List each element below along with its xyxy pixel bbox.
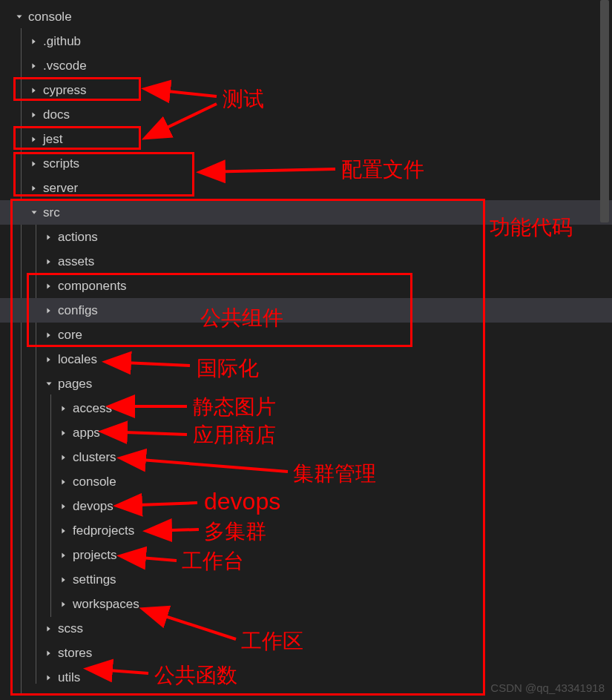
chevron-right-icon [43, 280, 55, 292]
chevron-right-icon [28, 60, 40, 72]
folder-server[interactable]: server [0, 176, 612, 200]
chevron-right-icon [58, 452, 70, 463]
watermark: CSDN @qq_43341918 [490, 681, 605, 694]
folder-fedprojects[interactable]: fedprojects [0, 518, 612, 543]
chevron-right-icon [28, 158, 40, 170]
folder-label: projects [73, 548, 117, 563]
folder-console-sub[interactable]: console [0, 469, 612, 494]
folder-github[interactable]: .github [0, 29, 612, 53]
folder-label: jest [43, 132, 62, 147]
folder-vscode[interactable]: .vscode [0, 53, 612, 78]
folder-label: .github [43, 34, 81, 49]
folder-settings[interactable]: settings [0, 567, 612, 592]
chevron-down-icon [28, 207, 40, 219]
file-tree[interactable]: console .github .vscode cypress docs jes… [0, 0, 612, 690]
chevron-right-icon [58, 598, 70, 610]
folder-scripts[interactable]: scripts [0, 151, 612, 176]
folder-label: apps [73, 426, 100, 440]
folder-label: stores [58, 646, 92, 661]
folder-label: scss [58, 621, 83, 636]
chevron-right-icon [43, 354, 55, 366]
folder-stores[interactable]: stores [0, 641, 612, 665]
folder-label: configs [58, 303, 98, 318]
folder-access[interactable]: access [0, 396, 612, 420]
folder-label: fedprojects [73, 524, 134, 538]
chevron-right-icon [28, 109, 40, 121]
folder-pages[interactable]: pages [0, 372, 612, 396]
folder-workspaces[interactable]: workspaces [0, 592, 612, 616]
folder-jest[interactable]: jest [0, 127, 612, 151]
folder-label: locales [58, 352, 97, 367]
folder-label: server [43, 181, 78, 196]
chevron-right-icon [28, 133, 40, 145]
folder-devops[interactable]: devops [0, 494, 612, 518]
chevron-down-icon [13, 11, 25, 23]
chevron-right-icon [58, 427, 70, 439]
folder-projects[interactable]: projects [0, 543, 612, 567]
chevron-right-icon [28, 36, 40, 47]
folder-apps[interactable]: apps [0, 420, 612, 445]
folder-configs[interactable]: configs [0, 298, 612, 323]
folder-console[interactable]: console [0, 4, 612, 29]
folder-components[interactable]: components [0, 274, 612, 298]
chevron-right-icon [58, 574, 70, 586]
folder-label: pages [58, 377, 92, 392]
folder-label: workspaces [73, 597, 139, 612]
chevron-right-icon [43, 672, 55, 684]
chevron-right-icon [28, 182, 40, 194]
folder-label: devops [73, 499, 113, 514]
folder-label: console [73, 475, 116, 489]
folder-scss[interactable]: scss [0, 616, 612, 641]
chevron-right-icon [28, 85, 40, 96]
chevron-right-icon [43, 647, 55, 659]
chevron-right-icon [58, 501, 70, 512]
scrollbar[interactable] [600, 0, 609, 222]
chevron-right-icon [43, 231, 55, 243]
folder-src[interactable]: src [0, 200, 612, 225]
folder-label: access [73, 401, 112, 416]
folder-label: assets [58, 254, 94, 269]
folder-label: utils [58, 670, 80, 685]
chevron-right-icon [43, 623, 55, 635]
chevron-right-icon [58, 476, 70, 488]
folder-actions[interactable]: actions [0, 225, 612, 249]
folder-label: src [43, 205, 60, 220]
chevron-right-icon [43, 256, 55, 268]
chevron-right-icon [58, 525, 70, 537]
folder-assets[interactable]: assets [0, 249, 612, 274]
folder-clusters[interactable]: clusters [0, 445, 612, 469]
folder-docs[interactable]: docs [0, 102, 612, 127]
folder-locales[interactable]: locales [0, 347, 612, 372]
folder-label: actions [58, 230, 98, 245]
folder-label: components [58, 279, 127, 294]
folder-core[interactable]: core [0, 323, 612, 347]
folder-label: cypress [43, 83, 87, 98]
folder-label: docs [43, 108, 70, 122]
folder-label: scripts [43, 156, 79, 171]
folder-label: clusters [73, 450, 116, 465]
folder-label: settings [73, 572, 116, 587]
folder-label: core [58, 328, 82, 343]
chevron-right-icon [43, 305, 55, 317]
chevron-down-icon [43, 378, 55, 390]
chevron-right-icon [58, 549, 70, 561]
folder-label: .vscode [43, 59, 87, 73]
folder-label: console [28, 10, 72, 24]
folder-cypress[interactable]: cypress [0, 78, 612, 102]
chevron-right-icon [43, 329, 55, 341]
chevron-right-icon [58, 403, 70, 415]
